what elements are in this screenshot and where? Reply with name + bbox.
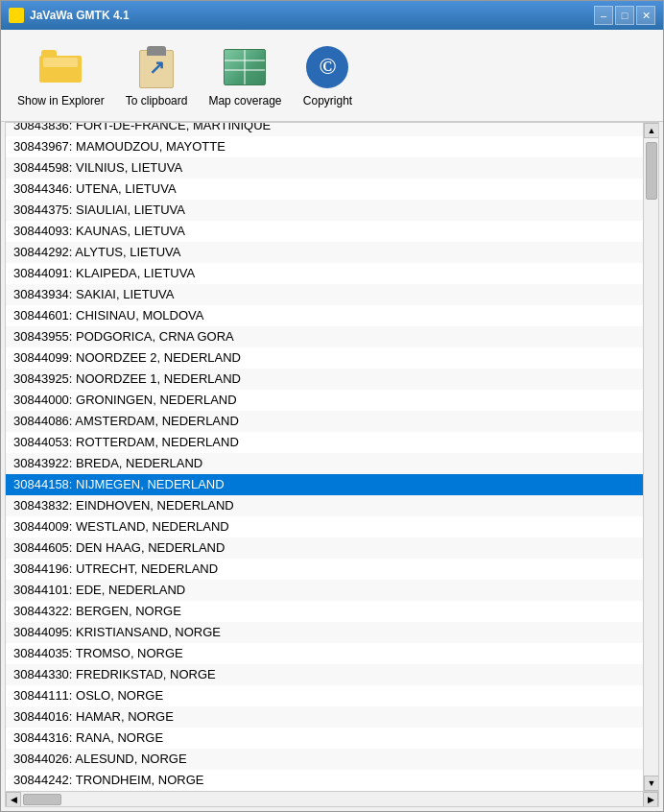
list-item[interactable]: 30844346: UTENA, LIETUVA [6,179,658,200]
main-window: JaVaWa GMTK 4.1 – □ ✕ Show in Explorer [0,0,664,812]
list-item[interactable]: 30844026: ALESUND, NORGE [6,749,658,770]
list-item[interactable]: 30843934: SAKIAI, LIETUVA [6,284,658,305]
list-item[interactable]: 30844158: NIJMEGEN, NEDERLAND [6,474,658,495]
list-item[interactable]: 30844035: TROMSO, NORGE [6,643,658,664]
list-item[interactable]: 30844101: EDE, NEDERLAND [6,580,658,601]
list-item[interactable]: 30844016: HAMAR, NORGE [6,706,658,728]
show-in-explorer-button[interactable]: Show in Explorer [9,39,113,112]
close-button[interactable]: ✕ [636,6,655,25]
toolbar: Show in Explorer ↗ To clipboard [1,30,663,122]
list-item[interactable]: 30844292: ALYTUS, LIETUVA [6,242,658,263]
list-item[interactable]: 30843925: NOORDZEE 1, NEDERLAND [6,369,658,390]
app-icon [9,8,24,23]
map-coverage-button[interactable]: Map coverage [200,39,290,112]
to-clipboard-button[interactable]: ↗ To clipboard [117,39,197,112]
title-bar: JaVaWa GMTK 4.1 – □ ✕ [1,1,663,30]
list-item[interactable]: 30844000: GRONINGEN, NEDERLAND [6,390,658,411]
list-item[interactable]: 30844099: NOORDZEE 2, NEDERLAND [6,347,658,369]
list-item[interactable]: 30843832: EINDHOVEN, NEDERLAND [6,495,658,516]
clipboard-icon: ↗ [133,44,179,90]
list-item[interactable]: 30844330: FREDRIKSTAD, NORGE [6,664,658,685]
list-item[interactable]: 30844093: KAUNAS, LIETUVA [6,221,658,242]
list-item[interactable]: 30844091: KLAIPEDA, LIETUVA [6,263,658,284]
window-title: JaVaWa GMTK 4.1 [30,9,130,22]
list-item[interactable]: 30844601: CHISINAU, MOLDOVA [6,305,658,326]
scroll-v-thumb[interactable] [646,142,657,200]
list-item[interactable]: 30844316: RANA, NORGE [6,728,658,749]
list-item[interactable]: 30844605: DEN HAAG, NEDERLAND [6,537,658,559]
scroll-v-track[interactable] [644,138,658,776]
list-item[interactable]: 30844242: TRONDHEIM, NORGE [6,770,658,791]
list-item[interactable]: 30844322: BERGEN, NORGE [6,601,658,622]
scroll-left-button[interactable]: ◀ [6,792,21,807]
to-clipboard-label: To clipboard [126,94,188,107]
vertical-scrollbar[interactable]: ▲ ▼ [643,123,658,791]
list-item[interactable]: 30844196: UTRECHT, NEDERLAND [6,559,658,580]
show-in-explorer-label: Show in Explorer [17,94,105,107]
map-icon [222,44,268,90]
maximize-button[interactable]: □ [615,6,634,25]
copyright-icon: © [304,44,350,90]
horizontal-scrollbar[interactable]: ◀ ▶ [6,791,658,806]
copyright-label: Copyright [303,94,352,107]
scroll-right-button[interactable]: ▶ [643,792,658,807]
folder-icon [37,44,83,90]
title-controls: – □ ✕ [594,6,655,25]
list-item[interactable]: 30843955: PODGORICA, CRNA GORA [6,326,658,347]
list-item[interactable]: 30843922: BREDA, NEDERLAND [6,453,658,474]
scroll-down-button[interactable]: ▼ [644,776,659,791]
list-item[interactable]: 30844053: ROTTERDAM, NEDERLAND [6,432,658,453]
scroll-h-track[interactable] [21,792,643,807]
list-item[interactable]: 30844598: VILNIUS, LIETUVA [6,157,658,179]
list-item[interactable]: 30844111: OSLO, NORGE [6,685,658,706]
list-item[interactable]: 30843836: FORT-DE-FRANCE, MARTINIQUE [6,123,658,136]
copyright-button[interactable]: © Copyright [294,39,361,112]
scroll-up-button[interactable]: ▲ [644,123,659,138]
content-area: 30844012: ROMA EAST, ITALIA30844085: CAG… [5,122,659,807]
list-item[interactable]: 30844009: WESTLAND, NEDERLAND [6,516,658,537]
minimize-button[interactable]: – [594,6,613,25]
scroll-h-thumb[interactable] [23,794,61,805]
list-item[interactable]: 30844375: SIAULIAI, LIETUVA [6,200,658,221]
list-item[interactable]: 30844086: AMSTERDAM, NEDERLAND [6,411,658,432]
list-item[interactable]: 30844095: KRISTIANSAND, NORGE [6,622,658,643]
list-item[interactable]: 30843967: MAMOUDZOU, MAYOTTE [6,136,658,157]
map-coverage-label: Map coverage [208,94,281,107]
items-list[interactable]: 30844012: ROMA EAST, ITALIA30844085: CAG… [6,123,658,791]
